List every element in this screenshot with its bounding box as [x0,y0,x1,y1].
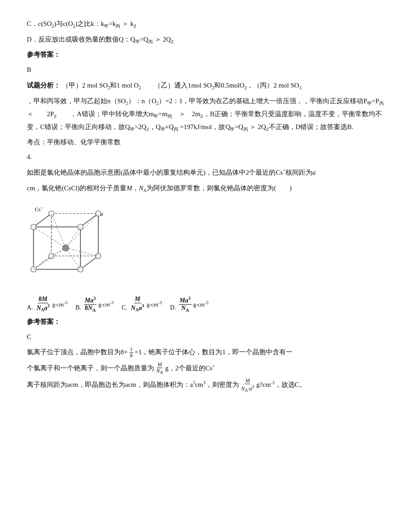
option-b-numer: Ma3 [84,296,96,305]
option-d-item: D. Ma3 NA g·cm-3 [170,296,208,313]
kaodian-block: 考点：平衡移动、化学平衡常数 [27,136,384,149]
problem-4-number: 4. [27,151,384,163]
answer-c-block: C [27,331,384,343]
svg-line-26 [34,248,66,269]
svg-text:Cs+: Cs+ [35,205,43,213]
option-d-denom: NA [180,305,190,313]
option-c-unit: g·cm-3 [147,299,162,310]
problem-text-2: cm，氯化铯(CsCl)的相对分子质量M，NA为阿伏加德罗常数，则氯化铯晶体的密… [27,184,292,192]
option-a-denom: NAa3 [36,303,50,313]
svg-line-8 [80,214,98,227]
answer-letter-b: B [27,66,31,73]
option-b-fraction: Ma3 8NA [84,296,96,313]
svg-line-24 [34,227,66,248]
option-a-item: A. 8M NAa3 g·cm-3 [27,296,67,313]
analysis-block: 试题分析： （甲）2 mol SO2和1 mol O2 （乙）通入1mol SO… [27,79,384,92]
ref-answer-title-2: 参考答案： [27,318,60,325]
option-c-line: C．c(SO2)与c(O2)之比k：k甲=k丙 ＞ kZ [27,18,384,31]
analysis-content-2-block: ，甲和丙等效，甲与乙起始n（SO2）：n（O2）=2：1，甲等效为在乙的基础上增… [27,95,384,134]
option-c-denom: NAa3 [130,303,145,313]
ref-answer-title: 参考答案： [27,51,60,58]
option-c-label: C. [122,302,127,313]
one-eighth: 1 8 [130,347,133,359]
svg-line-25 [66,227,80,248]
explanation-text-2: 个氯离子和一个铯离子，则一个晶胞质量为 M NA g，2个最近的Cs+ [27,364,215,372]
svg-line-29 [66,214,98,248]
analysis-title: 试题分析： [27,82,60,89]
explanation-block-3: 离子核间距为acm，即晶胞边长为acm，则晶胞体积为：a3cm3，则密度为 M … [27,378,384,393]
option-c-numer: M [134,296,141,304]
answer-b: B [27,64,384,76]
option-d-fraction: Ma3 NA [179,296,191,313]
option-c-fraction: M NAa3 [130,296,145,313]
option-a-label: A. [27,302,33,313]
option-d-unit: g·cm-3 [193,299,209,310]
m-over-na: M NA [156,362,164,375]
ref-answer-section: 参考答案： [27,49,384,61]
density-frac: M NA·a3 [241,378,255,393]
option-c-text: C．c(SO2)与c(O2)之比k：k甲=k丙 ＞ kZ [27,20,136,27]
svg-line-9 [80,256,98,269]
option-b-label: B. [75,302,81,313]
problem-text-1: 如图是氯化铯晶体的晶胞示意图(晶体中最小的重复结构单元)，已知晶体中2个最近的C… [27,169,315,176]
cube-svg: Cs+ a ·Cl- [27,200,125,287]
ref-answer-section-2: 参考答案： [27,316,384,328]
option-b-unit: g·cm-3 [98,299,113,310]
option-b-item: B. Ma3 8NA g·cm-3 [75,296,113,313]
option-c-item: C. M NAa3 g·cm-3 [122,296,162,313]
page-content: C．c(SO2)与c(O2)之比k：k甲=k丙 ＞ kZ D．反应放出或吸收热量… [27,18,384,393]
option-d-numer: Ma3 [179,296,191,305]
option-a-numer: 8M [38,296,48,304]
problem-4-text: 如图是氯化铯晶体的晶胞示意图(晶体中最小的重复结构单元)，已知晶体中2个最近的C… [27,166,384,179]
answer-options-row: A. 8M NAa3 g·cm-3 B. Ma3 8NA [27,296,384,313]
option-a-fraction: 8M NAa3 [36,296,50,313]
option-d-label: D. [170,302,176,313]
option-a-unit: g·cm-3 [52,299,67,310]
option-d-line: D．反应放出或吸收热量的数值Q：Q甲=Q丙 ＞ 2QZ [27,34,384,46]
analysis-content-2: ，甲和丙等效，甲与乙起始n（SO2）：n（O2）=2：1，甲等效为在乙的基础上增… [27,97,390,130]
explanation-block: 氯离子位于顶点，晶胞中数目为8× 1 8 =1，铯离子位于体心，数目为1，即一个… [27,346,384,359]
problem-4-text2: cm，氯化铯(CsCl)的相对分子质量M，NA为阿伏加德罗常数，则氯化铯晶体的密… [27,182,384,195]
svg-line-28 [51,214,66,248]
answer-letter-c: C [27,333,31,340]
explanation-text-3: 离子核间距为acm，即晶胞边长为acm，则晶胞体积为：a3cm3，则密度为 M … [27,381,306,388]
kaodian-text: 考点：平衡移动、化学平衡常数 [27,138,121,146]
num4: 4. [27,153,32,160]
svg-line-7 [34,214,51,227]
option-b-denom: 8NA [84,305,96,313]
svg-text:a: a [101,211,103,217]
option-d-text: D．反应放出或吸收热量的数值Q：Q甲=Q丙 ＞ 2QZ [27,36,174,43]
crystal-diagram: Cs+ a ·Cl- [27,200,125,289]
explanation-text-1: 氯离子位于顶点，晶胞中数目为8× 1 8 =1，铯离子位于体心，数目为1，即一个… [27,348,293,356]
svg-line-31 [66,248,98,256]
diagram-area: Cs+ a ·Cl- [27,200,384,289]
explanation-block-2: 个氯离子和一个铯离子，则一个晶胞质量为 M NA g，2个最近的Cs+ [27,362,384,375]
analysis-content-1: （甲）2 mol SO2和1 mol O2 （乙）通入1mol SO2和0.5m… [62,82,302,89]
